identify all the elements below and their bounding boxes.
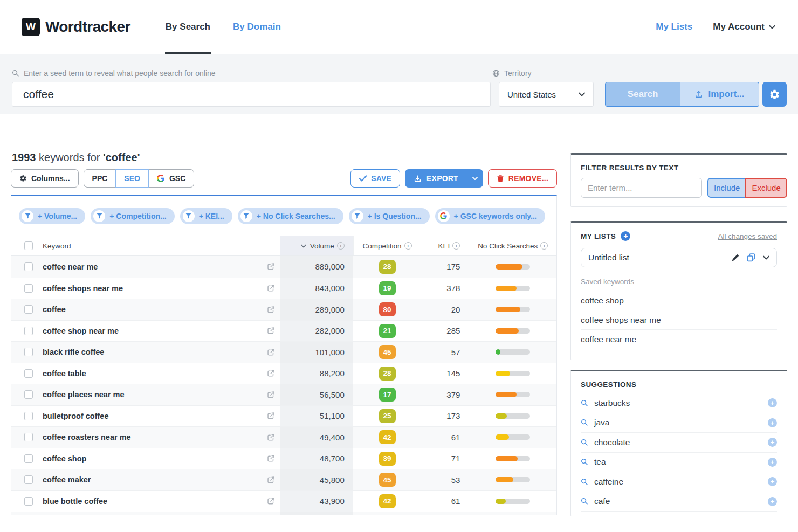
external-link-icon[interactable] (267, 476, 275, 484)
add-suggestion-button[interactable]: + (768, 418, 777, 427)
current-list-box[interactable]: Untitled list (581, 248, 777, 267)
keyword-cell[interactable]: bulletproof coffee (43, 412, 108, 420)
row-checkbox[interactable] (24, 327, 33, 335)
external-link-icon[interactable] (267, 262, 275, 271)
filter-term-input[interactable] (581, 178, 702, 198)
filter-pill[interactable]: + Volume... (19, 208, 85, 224)
keyword-cell[interactable]: coffee roasters near me (43, 433, 131, 441)
chevron-down-icon[interactable] (763, 255, 769, 260)
list-name: Untitled list (588, 253, 629, 262)
export-button[interactable]: EXPORT (405, 169, 467, 188)
all-changes-saved-link[interactable]: All changes saved (718, 232, 777, 240)
external-link-icon[interactable] (267, 327, 275, 335)
volume-cell: 889,000 (315, 262, 345, 271)
filter-pill[interactable]: + GSC keywords only... (435, 208, 545, 224)
seed-term-input[interactable] (12, 82, 491, 107)
info-icon[interactable]: i (452, 242, 460, 250)
add-suggestion-button[interactable]: + (768, 477, 777, 486)
keyword-cell[interactable]: coffee shop (43, 454, 86, 463)
funnel-icon (183, 210, 195, 222)
external-link-icon[interactable] (267, 391, 275, 399)
search-button[interactable]: Search (605, 82, 680, 107)
export-dropdown-button[interactable] (467, 169, 483, 188)
remove-button[interactable]: REMOVE... (488, 169, 557, 188)
external-link-icon[interactable] (267, 369, 275, 377)
volume-cell: 49,400 (320, 433, 345, 442)
mode-button-seo[interactable]: SEO (115, 169, 149, 188)
mode-button-ppc[interactable]: PPC (84, 169, 116, 188)
external-link-icon[interactable] (267, 412, 275, 420)
external-link-icon[interactable] (267, 284, 275, 292)
suggestion-item[interactable]: starbucks + (581, 393, 777, 413)
row-checkbox[interactable] (24, 262, 33, 271)
keyword-cell[interactable]: coffee near me (43, 262, 98, 271)
filter-pill[interactable]: + No Click Searches... (238, 208, 343, 224)
suggestion-item[interactable]: tea + (581, 453, 777, 473)
mode-button-gsc[interactable]: GSC (148, 169, 194, 188)
add-suggestion-button[interactable]: + (768, 398, 777, 407)
keyword-cell[interactable]: coffee (43, 305, 66, 314)
saved-keyword-item[interactable]: coffee shops near me (581, 310, 777, 330)
add-suggestion-button[interactable]: + (768, 458, 777, 467)
row-checkbox[interactable] (24, 305, 33, 314)
filter-pill[interactable]: + Is Question... (349, 208, 430, 224)
add-suggestion-button[interactable]: + (768, 497, 777, 506)
keyword-cell[interactable]: coffee shop near me (43, 327, 119, 335)
row-checkbox[interactable] (24, 497, 33, 506)
tab-by-search[interactable]: By Search (154, 0, 222, 54)
my-account-menu[interactable]: My Account (713, 22, 775, 32)
save-button[interactable]: SAVE (350, 169, 400, 188)
keyword-cell[interactable]: black rifle coffee (43, 348, 104, 356)
settings-button[interactable] (762, 82, 787, 107)
include-toggle[interactable]: Include (707, 178, 745, 198)
edit-pencil-icon[interactable] (731, 254, 739, 262)
info-icon[interactable]: i (337, 242, 345, 250)
territory-select[interactable]: United States (499, 82, 594, 107)
row-checkbox[interactable] (24, 412, 33, 420)
keyword-cell[interactable]: coffee maker (43, 475, 91, 484)
suggestion-item[interactable]: java + (581, 413, 777, 433)
row-checkbox[interactable] (24, 369, 33, 378)
suggestion-item[interactable]: caffeine + (581, 472, 777, 492)
import-button[interactable]: Import... (680, 82, 759, 107)
keyword-cell[interactable]: blue bottle coffee (43, 497, 107, 506)
row-checkbox[interactable] (24, 475, 33, 484)
external-link-icon[interactable] (267, 348, 275, 356)
col-no-click-searches[interactable]: No Click Searches i (478, 242, 548, 250)
row-checkbox[interactable] (24, 454, 33, 463)
col-keyword[interactable]: Keyword (43, 242, 71, 250)
keyword-cell[interactable]: coffee shops near me (43, 284, 123, 293)
add-list-button[interactable]: + (621, 231, 630, 241)
suggestions-title: SUGGESTIONS (581, 381, 777, 389)
wordtracker-logo[interactable]: W Wordtracker (22, 18, 130, 36)
keyword-cell[interactable]: coffee places near me (43, 390, 125, 399)
info-icon[interactable]: i (404, 242, 412, 250)
row-checkbox[interactable] (24, 433, 33, 441)
col-kei[interactable]: KEI i (438, 242, 460, 250)
col-volume[interactable]: Volume i (301, 242, 345, 250)
exclude-toggle[interactable]: Exclude (745, 178, 787, 198)
suggestion-item[interactable]: chocolate + (581, 433, 777, 453)
columns-button[interactable]: Columns... (11, 169, 79, 188)
external-link-icon[interactable] (267, 306, 275, 314)
row-checkbox[interactable] (24, 390, 33, 399)
kei-cell: 61 (451, 433, 460, 442)
duplicate-icon[interactable] (747, 253, 755, 262)
external-link-icon[interactable] (267, 454, 275, 462)
keyword-cell[interactable]: coffee table (43, 369, 86, 378)
my-lists-link[interactable]: My Lists (656, 22, 692, 32)
external-link-icon[interactable] (267, 497, 275, 505)
select-all-checkbox[interactable] (24, 241, 33, 250)
filter-pill[interactable]: + Competition... (91, 208, 174, 224)
info-icon[interactable]: i (540, 242, 548, 250)
add-suggestion-button[interactable]: + (768, 438, 777, 447)
suggestion-item[interactable]: cafe + (581, 492, 777, 512)
saved-keyword-item[interactable]: coffee shop (581, 291, 777, 310)
row-checkbox[interactable] (24, 284, 33, 293)
row-checkbox[interactable] (24, 348, 33, 356)
saved-keyword-item[interactable]: coffee near me (581, 330, 777, 349)
filter-pill[interactable]: + KEI... (180, 208, 232, 224)
tab-by-domain[interactable]: By Domain (222, 0, 292, 54)
external-link-icon[interactable] (267, 433, 275, 441)
col-competition[interactable]: Competition i (363, 242, 412, 250)
